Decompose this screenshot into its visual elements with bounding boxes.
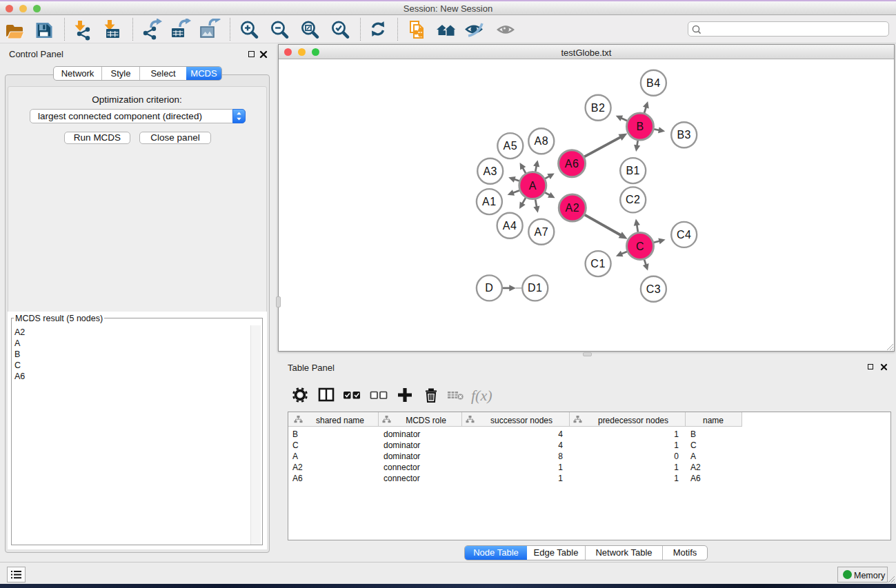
svg-text:A: A [529, 180, 537, 192]
svg-text:A5: A5 [504, 140, 518, 152]
svg-text:A4: A4 [503, 220, 517, 232]
svg-text:C3: C3 [646, 283, 661, 295]
svg-text:A3: A3 [483, 165, 497, 177]
svg-text:D: D [485, 282, 493, 294]
svg-text:A6: A6 [565, 158, 579, 170]
svg-text:C: C [636, 241, 644, 252]
svg-text:B3: B3 [677, 129, 691, 141]
svg-text:C4: C4 [677, 229, 691, 241]
svg-text:C1: C1 [590, 258, 605, 270]
svg-text:C2: C2 [626, 194, 640, 205]
svg-text:B1: B1 [626, 165, 640, 176]
svg-text:A2: A2 [566, 202, 580, 214]
svg-text:B2: B2 [591, 102, 606, 114]
svg-text:D1: D1 [528, 282, 542, 294]
svg-text:B4: B4 [646, 77, 661, 89]
svg-text:A7: A7 [535, 226, 549, 238]
svg-text:A1: A1 [482, 196, 497, 207]
svg-text:B: B [636, 121, 644, 132]
svg-text:A8: A8 [535, 135, 549, 147]
